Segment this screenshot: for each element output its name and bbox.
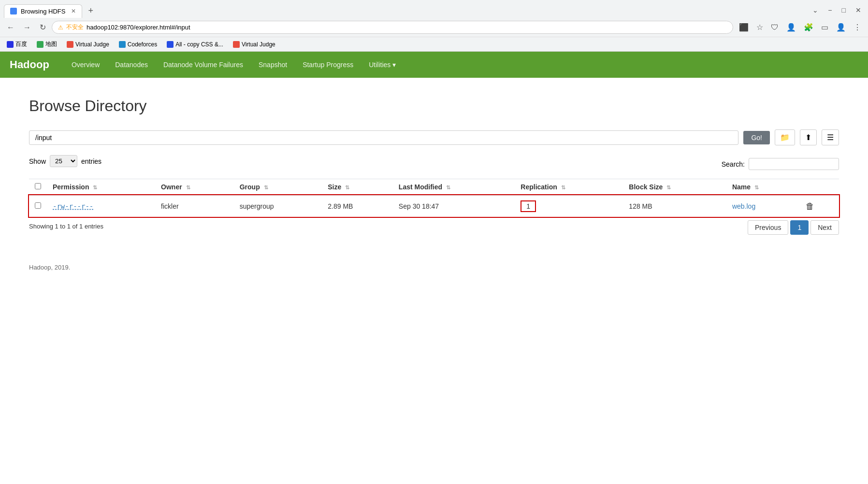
bookmark-baidu[interactable]: 百度 bbox=[4, 39, 30, 49]
bookmark-vj2-label: Virtual Judge bbox=[242, 41, 275, 48]
bookmark-map-label: 地图 bbox=[45, 40, 57, 48]
list-icon-button[interactable]: ☰ bbox=[822, 129, 839, 145]
account-button[interactable]: 👤 bbox=[833, 21, 849, 34]
bookmark-map[interactable]: 地图 bbox=[34, 39, 60, 49]
show-label: Show bbox=[29, 157, 46, 165]
sort-icon-replication: ⇅ bbox=[561, 185, 565, 190]
entries-select[interactable]: 25 50 100 bbox=[50, 155, 77, 167]
nav-snapshot[interactable]: Snapshot bbox=[251, 54, 295, 75]
security-warning-text: 不安全 bbox=[66, 23, 84, 31]
hadoop-brand[interactable]: Hadoop bbox=[10, 52, 59, 78]
cell-replication: 1 bbox=[515, 195, 623, 217]
utilities-dropdown-icon: ▾ bbox=[392, 61, 396, 69]
bookmark-vj2-favicon bbox=[233, 41, 240, 48]
address-input[interactable] bbox=[87, 24, 727, 31]
security-warning-icon: ⚠ bbox=[58, 24, 63, 31]
nav-utilities-label: Utilities bbox=[369, 61, 391, 69]
cell-group: supergroup bbox=[234, 195, 322, 217]
pagination: Previous 1 Next bbox=[748, 220, 839, 235]
cell-size: 2.89 MB bbox=[322, 195, 393, 217]
forward-button[interactable]: → bbox=[20, 21, 34, 34]
bookmark-codeforces[interactable]: Codeforces bbox=[116, 40, 160, 49]
menu-button[interactable]: ⋮ bbox=[851, 21, 864, 34]
bookmark-map-favicon bbox=[37, 41, 43, 48]
window-maximize-button[interactable]: □ bbox=[839, 5, 849, 15]
showing-text: Showing 1 to 1 of 1 entries bbox=[29, 223, 839, 230]
bookmark-cf-label: Codeforces bbox=[128, 41, 157, 48]
upload-icon-button[interactable]: ⬆ bbox=[800, 129, 817, 145]
col-header-group[interactable]: Group ⇅ bbox=[234, 179, 322, 196]
nav-datanode-volume-failures[interactable]: Datanode Volume Failures bbox=[156, 54, 251, 75]
back-button[interactable]: ← bbox=[4, 21, 17, 34]
sort-icon-owner: ⇅ bbox=[186, 185, 190, 190]
cell-last-modified: Sep 30 18:47 bbox=[393, 195, 515, 217]
bookmark-css-favicon bbox=[167, 41, 174, 48]
previous-button[interactable]: Previous bbox=[748, 220, 788, 235]
col-header-permission[interactable]: Permission ⇅ bbox=[47, 179, 155, 196]
folder-icon-button[interactable]: 📁 bbox=[775, 129, 795, 145]
new-tab-button[interactable]: + bbox=[84, 4, 97, 18]
cell-owner: fickler bbox=[155, 195, 234, 217]
path-row: Go! 📁 ⬆ ☰ bbox=[29, 129, 839, 145]
sidebar-button[interactable]: ▭ bbox=[818, 21, 831, 34]
file-link[interactable]: web.log bbox=[732, 202, 755, 210]
path-input[interactable] bbox=[29, 130, 738, 145]
col-header-name[interactable]: Name ⇅ bbox=[726, 179, 800, 196]
search-label: Search: bbox=[722, 160, 745, 168]
footer-text: Hadoop, 2019. bbox=[29, 264, 839, 271]
col-header-block-size[interactable]: Block Size ⇅ bbox=[623, 179, 726, 196]
reload-button[interactable]: ↻ bbox=[37, 21, 49, 34]
bookmarks-bar: 百度 地图 Virtual Judge Codeforces All - cop… bbox=[0, 37, 868, 51]
delete-button[interactable]: 🗑 bbox=[806, 201, 814, 212]
col-header-replication[interactable]: Replication ⇅ bbox=[515, 179, 623, 196]
sort-icon-block-size: ⇅ bbox=[666, 185, 671, 190]
entries-suffix: entries bbox=[81, 157, 101, 165]
sort-icon-group: ⇅ bbox=[264, 185, 268, 190]
nav-overview[interactable]: Overview bbox=[64, 54, 107, 75]
cell-name[interactable]: web.log bbox=[726, 195, 800, 217]
col-header-last-modified[interactable]: Last Modified ⇅ bbox=[393, 179, 515, 196]
page-title: Browse Directory bbox=[29, 97, 839, 115]
row-checkbox[interactable] bbox=[35, 202, 41, 209]
shield-button[interactable]: 🛡 bbox=[768, 21, 781, 34]
window-chevron-button[interactable]: ⌄ bbox=[810, 5, 821, 15]
bookmark-css[interactable]: All - copy CSS &... bbox=[164, 40, 226, 49]
tab-close-button[interactable]: ✕ bbox=[71, 8, 76, 14]
replication-value: 1 bbox=[521, 200, 536, 212]
bookmark-baidu-label: 百度 bbox=[15, 40, 27, 48]
col-header-size[interactable]: Size ⇅ bbox=[322, 179, 393, 196]
address-bar[interactable]: ⚠ 不安全 bbox=[52, 21, 733, 34]
bookmark-cf-favicon bbox=[119, 41, 126, 48]
col-header-owner[interactable]: Owner ⇅ bbox=[155, 179, 234, 196]
extensions-button[interactable]: 🧩 bbox=[801, 21, 816, 34]
nav-datanodes[interactable]: Datanodes bbox=[107, 54, 156, 75]
bookmark-virtualjudge1[interactable]: Virtual Judge bbox=[64, 40, 112, 49]
nav-startup-progress[interactable]: Startup Progress bbox=[295, 54, 361, 75]
sort-icon-name: ⇅ bbox=[754, 185, 759, 190]
bookmark-vj1-favicon bbox=[67, 41, 73, 48]
search-row: Search: bbox=[722, 158, 839, 170]
profile-button[interactable]: 👤 bbox=[783, 21, 799, 34]
cast-button[interactable]: ⬛ bbox=[736, 21, 752, 34]
cell-block-size: 128 MB bbox=[623, 195, 726, 217]
directory-table: Permission ⇅ Owner ⇅ Group ⇅ Size ⇅ Last… bbox=[29, 179, 839, 217]
table-row: -rw-r--r-- fickler supergroup 2.89 MB Se… bbox=[29, 195, 839, 217]
show-entries-row: Show 25 50 100 entries bbox=[29, 155, 101, 167]
search-input[interactable] bbox=[749, 158, 839, 170]
select-all-checkbox[interactable] bbox=[35, 183, 41, 189]
active-tab[interactable]: Browsing HDFS ✕ bbox=[4, 4, 82, 18]
bookmark-star-button[interactable]: ☆ bbox=[753, 21, 766, 34]
main-content: Browse Directory Go! 📁 ⬆ ☰ Show 25 50 10… bbox=[0, 78, 868, 290]
sort-icon-size: ⇅ bbox=[345, 185, 349, 190]
window-minimize-button[interactable]: − bbox=[825, 5, 835, 15]
next-button[interactable]: Next bbox=[810, 220, 839, 235]
go-button[interactable]: Go! bbox=[743, 131, 770, 144]
cell-permission: -rw-r--r-- bbox=[47, 195, 155, 217]
page-1-button[interactable]: 1 bbox=[790, 220, 809, 235]
window-close-button[interactable]: ✕ bbox=[853, 5, 864, 15]
nav-utilities[interactable]: Utilities ▾ bbox=[361, 54, 404, 75]
bookmark-virtualjudge2[interactable]: Virtual Judge bbox=[230, 40, 278, 49]
tab-favicon bbox=[10, 8, 17, 14]
bookmark-vj1-label: Virtual Judge bbox=[75, 41, 109, 48]
tab-title: Browsing HDFS bbox=[21, 8, 65, 15]
